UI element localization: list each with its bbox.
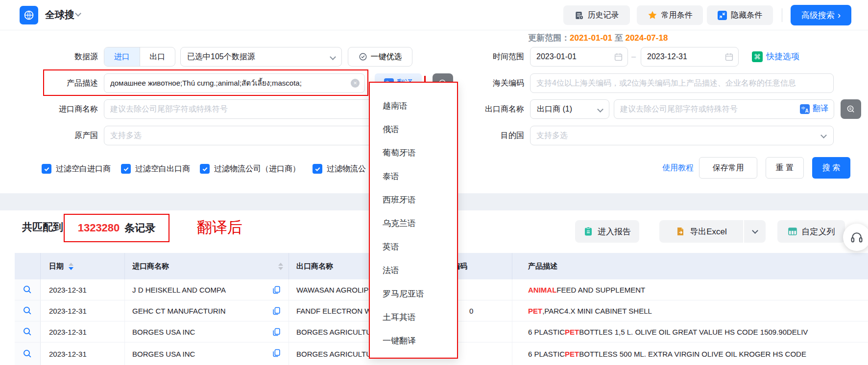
- star-icon: [648, 10, 657, 20]
- header-date[interactable]: 日期: [41, 253, 125, 279]
- optimize-label: 一键优选: [371, 52, 402, 62]
- search-lines-icon: [846, 104, 856, 114]
- translate-language-menu: 越南语 俄语 葡萄牙语 泰语 西班牙语 乌克兰语 英语 法语 罗马尼亚语 土耳其…: [369, 82, 458, 359]
- exporter-type-select[interactable]: 出口商 (1): [530, 99, 609, 119]
- filter-logistics-exporter[interactable]: 过滤物流公: [313, 163, 366, 175]
- importer-name: GEHC CT MANUFACTURIN: [132, 307, 226, 315]
- match-suffix: 条记录: [124, 221, 155, 235]
- sort-icon[interactable]: [278, 263, 283, 270]
- magnifier-icon[interactable]: [23, 285, 32, 295]
- tab-import[interactable]: 进口: [104, 47, 140, 66]
- update-range-from: 2021-01-01: [570, 33, 612, 43]
- filter-logistics-importer[interactable]: 过滤物流公司（进口商）: [200, 163, 300, 175]
- destination-country-input[interactable]: [530, 126, 834, 145]
- hide-conditions-label: 隐藏条件: [731, 10, 762, 21]
- copy-icon[interactable]: [272, 349, 281, 359]
- sort-icon[interactable]: [69, 263, 73, 270]
- annotation-count-box: 1323280 条记录: [64, 214, 169, 242]
- update-range-word: 至: [615, 33, 623, 43]
- checkbox-checked-icon[interactable]: [313, 164, 322, 174]
- datasource-label: 数据源: [34, 47, 98, 67]
- export-excel-group: 导出Excel: [659, 220, 766, 243]
- copy-icon[interactable]: [272, 307, 281, 317]
- filter-blank-importer[interactable]: 过滤空白进口商: [42, 163, 111, 175]
- importer-name: J D HEISKELL AND COMPA: [132, 286, 226, 294]
- menu-item-romanian[interactable]: 罗马尼亚语: [370, 282, 457, 306]
- header-exporter-label: 出口商名称: [296, 262, 333, 271]
- excel-export-icon: [675, 227, 685, 236]
- save-common-button[interactable]: 保存常用: [699, 157, 757, 179]
- datasource-tabs: 进口 出口: [104, 47, 175, 67]
- origin-country-input[interactable]: [104, 126, 386, 145]
- checkbox-checked-icon[interactable]: [121, 164, 131, 174]
- exporter-type-text: 出口商 (1): [537, 105, 572, 113]
- hide-conditions-button[interactable]: 隐藏条件: [707, 5, 773, 25]
- product-desc-input[interactable]: [104, 73, 365, 93]
- desc-highlight: PET: [565, 328, 579, 336]
- date-from-input[interactable]: [530, 47, 628, 67]
- row-detail-cell[interactable]: [15, 279, 41, 300]
- date-cell: 2023-12-31: [41, 279, 125, 300]
- export-options-button[interactable]: [743, 220, 766, 243]
- row-detail-cell[interactable]: [15, 321, 41, 342]
- menu-item-english[interactable]: 英语: [370, 235, 457, 259]
- app-logo: [20, 6, 38, 24]
- menu-item-russian[interactable]: 俄语: [370, 118, 457, 141]
- copy-icon[interactable]: [272, 286, 281, 296]
- header-importer[interactable]: 进口商名称: [125, 253, 289, 279]
- favorites-label: 常用条件: [661, 10, 693, 21]
- calendar-icon[interactable]: [614, 53, 623, 63]
- export-excel-button[interactable]: 导出Excel: [659, 220, 743, 243]
- history-button[interactable]: 历史记录: [563, 5, 630, 25]
- menu-item-thai[interactable]: 泰语: [370, 165, 457, 188]
- checkbox-checked-icon[interactable]: [200, 164, 210, 174]
- copy-icon[interactable]: [272, 328, 281, 338]
- product-desc-cell: ANIMAL FEED AND SUPPLEMENT: [512, 279, 868, 300]
- export-excel-label: 导出Excel: [690, 226, 727, 237]
- match-prefix: 共匹配到: [22, 220, 63, 234]
- magnifier-icon[interactable]: [23, 349, 32, 359]
- one-click-optimize-button[interactable]: 一键优选: [348, 47, 412, 67]
- menu-item-ukrainian[interactable]: 乌克兰语: [370, 212, 457, 235]
- menu-item-spanish[interactable]: 西班牙语: [370, 188, 457, 212]
- search-button[interactable]: 搜 索: [812, 157, 850, 179]
- app-title[interactable]: 全球搜: [45, 8, 74, 22]
- desc-highlight: ANIMAL: [528, 286, 556, 294]
- calendar-icon[interactable]: [725, 53, 733, 63]
- match-count: 1323280: [78, 222, 120, 234]
- tab-export[interactable]: 出口: [140, 47, 175, 66]
- date-to-input[interactable]: [641, 47, 739, 67]
- chevron-down-icon[interactable]: [75, 10, 81, 17]
- reset-button[interactable]: 重 置: [766, 157, 804, 179]
- filter-blank-exporter[interactable]: 过滤空白出口商: [121, 163, 190, 175]
- clear-icon[interactable]: [351, 79, 360, 88]
- enter-report-button[interactable]: 进入报告: [575, 220, 639, 243]
- destination-country-label: 目的国: [460, 126, 524, 145]
- favorites-button[interactable]: 常用条件: [637, 5, 703, 25]
- menu-item-vietnamese[interactable]: 越南语: [370, 94, 457, 118]
- menu-item-portuguese[interactable]: 葡萄牙语: [370, 141, 457, 165]
- menu-item-one-click-translate[interactable]: 一键翻译: [370, 329, 457, 353]
- datasource-select[interactable]: 已选中105个数据源: [180, 47, 342, 67]
- hs-code-input[interactable]: [530, 73, 834, 93]
- report-icon: [583, 227, 593, 236]
- menu-item-french[interactable]: 法语: [370, 259, 457, 282]
- customer-service-button[interactable]: [843, 224, 868, 251]
- product-desc-cell: 6 PLASTIC PET BOTTLES 1,5 L. OLIVE OIL G…: [512, 321, 868, 342]
- exporter-name: WAWASAN AGROLIPIDS: [296, 286, 381, 294]
- filter-label: 过滤物流公司（进口商）: [214, 164, 300, 174]
- row-detail-cell[interactable]: [15, 342, 41, 365]
- advanced-search-button[interactable]: 高级搜索: [791, 5, 851, 25]
- quick-options-link[interactable]: 快捷选项: [766, 47, 799, 67]
- exporter-translate-button[interactable]: 中A 翻译: [800, 104, 828, 114]
- synonym-search-button[interactable]: [841, 99, 861, 119]
- custom-columns-button[interactable]: 自定义列: [777, 220, 845, 243]
- tutorial-link[interactable]: 使用教程: [662, 157, 694, 179]
- checkbox-checked-icon[interactable]: [42, 164, 51, 174]
- magnifier-icon[interactable]: [23, 306, 32, 316]
- magnifier-icon[interactable]: [23, 327, 32, 337]
- row-detail-cell[interactable]: [15, 300, 41, 321]
- menu-item-turkish[interactable]: 土耳其语: [370, 306, 457, 329]
- desc-text: FEED AND SUPPLEMENT: [556, 286, 645, 294]
- time-range-label: 时间范围: [460, 47, 524, 67]
